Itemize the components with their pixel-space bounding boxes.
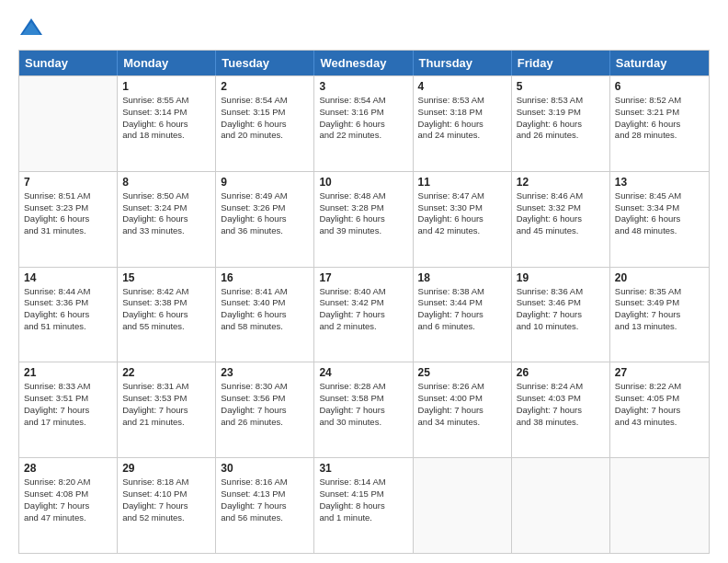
cell-info: Sunrise: 8:28 AM Sunset: 3:58 PM Dayligh… [319, 381, 407, 428]
week-row-4: 28Sunrise: 8:20 AM Sunset: 4:08 PM Dayli… [19, 457, 709, 553]
cell-day-number: 15 [122, 271, 210, 284]
cell-info: Sunrise: 8:30 AM Sunset: 3:56 PM Dayligh… [221, 381, 309, 428]
cell-info: Sunrise: 8:20 AM Sunset: 4:08 PM Dayligh… [24, 477, 112, 523]
calendar-cell: 11Sunrise: 8:47 AM Sunset: 3:30 PM Dayli… [414, 172, 512, 267]
calendar-cell: 29Sunrise: 8:18 AM Sunset: 4:10 PM Dayli… [118, 458, 216, 553]
week-row-0: 1Sunrise: 8:55 AM Sunset: 3:14 PM Daylig… [19, 75, 709, 171]
calendar-cell: 21Sunrise: 8:33 AM Sunset: 3:51 PM Dayli… [19, 362, 118, 457]
calendar-cell: 25Sunrise: 8:26 AM Sunset: 4:00 PM Dayli… [414, 362, 512, 457]
calendar-cell: 23Sunrise: 8:30 AM Sunset: 3:56 PM Dayli… [216, 362, 314, 457]
week-row-2: 14Sunrise: 8:44 AM Sunset: 3:36 PM Dayli… [19, 267, 709, 362]
cell-day-number: 2 [221, 80, 309, 93]
cell-info: Sunrise: 8:41 AM Sunset: 3:40 PM Dayligh… [221, 286, 309, 333]
cell-day-number: 29 [122, 462, 210, 475]
calendar-cell [414, 458, 512, 553]
cell-day-number: 9 [221, 176, 309, 189]
cell-day-number: 23 [221, 366, 309, 379]
calendar-cell: 8Sunrise: 8:50 AM Sunset: 3:24 PM Daylig… [118, 172, 216, 267]
cell-day-number: 11 [418, 176, 506, 189]
cell-info: Sunrise: 8:42 AM Sunset: 3:38 PM Dayligh… [122, 286, 210, 333]
calendar-cell: 26Sunrise: 8:24 AM Sunset: 4:03 PM Dayli… [512, 362, 610, 457]
calendar-cell: 3Sunrise: 8:54 AM Sunset: 3:16 PM Daylig… [314, 76, 413, 171]
cell-info: Sunrise: 8:24 AM Sunset: 4:03 PM Dayligh… [517, 381, 605, 428]
cell-info: Sunrise: 8:47 AM Sunset: 3:30 PM Dayligh… [418, 190, 506, 237]
cell-info: Sunrise: 8:35 AM Sunset: 3:49 PM Dayligh… [615, 286, 704, 333]
calendar-cell: 20Sunrise: 8:35 AM Sunset: 3:49 PM Dayli… [610, 268, 709, 362]
cell-info: Sunrise: 8:33 AM Sunset: 3:51 PM Dayligh… [24, 381, 112, 428]
calendar-cell: 7Sunrise: 8:51 AM Sunset: 3:23 PM Daylig… [19, 172, 118, 267]
calendar-cell: 6Sunrise: 8:52 AM Sunset: 3:21 PM Daylig… [610, 76, 709, 171]
header-cell-wednesday: Wednesday [314, 51, 413, 75]
cell-info: Sunrise: 8:44 AM Sunset: 3:36 PM Dayligh… [24, 286, 112, 333]
cell-day-number: 19 [517, 271, 605, 284]
cell-info: Sunrise: 8:51 AM Sunset: 3:23 PM Dayligh… [24, 190, 112, 237]
cell-info: Sunrise: 8:53 AM Sunset: 3:18 PM Dayligh… [418, 95, 506, 142]
cell-info: Sunrise: 8:46 AM Sunset: 3:32 PM Dayligh… [517, 190, 605, 237]
page: SundayMondayTuesdayWednesdayThursdayFrid… [0, 0, 728, 563]
calendar-cell: 19Sunrise: 8:36 AM Sunset: 3:46 PM Dayli… [512, 268, 610, 362]
cell-info: Sunrise: 8:45 AM Sunset: 3:34 PM Dayligh… [615, 190, 704, 237]
calendar: SundayMondayTuesdayWednesdayThursdayFrid… [18, 50, 710, 554]
cell-info: Sunrise: 8:14 AM Sunset: 4:15 PM Dayligh… [319, 477, 407, 523]
cell-day-number: 3 [319, 80, 407, 93]
calendar-cell: 4Sunrise: 8:53 AM Sunset: 3:18 PM Daylig… [414, 76, 512, 171]
calendar-cell: 1Sunrise: 8:55 AM Sunset: 3:14 PM Daylig… [118, 76, 216, 171]
cell-day-number: 22 [122, 366, 210, 379]
calendar-cell [610, 458, 709, 553]
calendar-cell: 13Sunrise: 8:45 AM Sunset: 3:34 PM Dayli… [610, 172, 709, 267]
cell-info: Sunrise: 8:49 AM Sunset: 3:26 PM Dayligh… [221, 190, 309, 237]
cell-day-number: 31 [319, 462, 407, 475]
cell-info: Sunrise: 8:48 AM Sunset: 3:28 PM Dayligh… [319, 190, 407, 237]
calendar-cell: 2Sunrise: 8:54 AM Sunset: 3:15 PM Daylig… [216, 76, 314, 171]
cell-day-number: 27 [615, 366, 704, 379]
logo [18, 15, 48, 40]
cell-day-number: 7 [24, 176, 112, 189]
cell-info: Sunrise: 8:55 AM Sunset: 3:14 PM Dayligh… [122, 95, 210, 142]
cell-info: Sunrise: 8:52 AM Sunset: 3:21 PM Dayligh… [615, 95, 704, 142]
calendar-cell [19, 76, 118, 171]
cell-day-number: 25 [418, 366, 506, 379]
cell-info: Sunrise: 8:36 AM Sunset: 3:46 PM Dayligh… [517, 286, 605, 333]
calendar-cell: 14Sunrise: 8:44 AM Sunset: 3:36 PM Dayli… [19, 268, 118, 362]
cell-info: Sunrise: 8:31 AM Sunset: 3:53 PM Dayligh… [122, 381, 210, 428]
calendar-cell: 22Sunrise: 8:31 AM Sunset: 3:53 PM Dayli… [118, 362, 216, 457]
calendar-cell: 10Sunrise: 8:48 AM Sunset: 3:28 PM Dayli… [314, 172, 413, 267]
cell-day-number: 30 [221, 462, 309, 475]
cell-day-number: 17 [319, 271, 407, 284]
cell-day-number: 6 [615, 80, 704, 93]
cell-day-number: 10 [319, 176, 407, 189]
cell-day-number: 4 [418, 80, 506, 93]
calendar-cell: 9Sunrise: 8:49 AM Sunset: 3:26 PM Daylig… [216, 172, 314, 267]
cell-day-number: 13 [615, 176, 704, 189]
cell-info: Sunrise: 8:38 AM Sunset: 3:44 PM Dayligh… [418, 286, 506, 333]
cell-info: Sunrise: 8:18 AM Sunset: 4:10 PM Dayligh… [122, 477, 210, 523]
calendar-header-row: SundayMondayTuesdayWednesdayThursdayFrid… [19, 51, 709, 75]
calendar-cell: 15Sunrise: 8:42 AM Sunset: 3:38 PM Dayli… [118, 268, 216, 362]
cell-day-number: 14 [24, 271, 112, 284]
cell-day-number: 1 [122, 80, 210, 93]
calendar-cell: 5Sunrise: 8:53 AM Sunset: 3:19 PM Daylig… [512, 76, 610, 171]
header-cell-thursday: Thursday [414, 51, 512, 75]
cell-info: Sunrise: 8:50 AM Sunset: 3:24 PM Dayligh… [122, 190, 210, 237]
calendar-cell: 24Sunrise: 8:28 AM Sunset: 3:58 PM Dayli… [314, 362, 413, 457]
header-cell-sunday: Sunday [19, 51, 118, 75]
cell-day-number: 8 [122, 176, 210, 189]
cell-day-number: 20 [615, 271, 704, 284]
calendar-cell: 31Sunrise: 8:14 AM Sunset: 4:15 PM Dayli… [314, 458, 413, 553]
header-cell-saturday: Saturday [610, 51, 709, 75]
cell-info: Sunrise: 8:54 AM Sunset: 3:16 PM Dayligh… [319, 95, 407, 142]
logo-icon [18, 15, 44, 40]
calendar-cell: 16Sunrise: 8:41 AM Sunset: 3:40 PM Dayli… [216, 268, 314, 362]
week-row-1: 7Sunrise: 8:51 AM Sunset: 3:23 PM Daylig… [19, 171, 709, 267]
calendar-cell: 18Sunrise: 8:38 AM Sunset: 3:44 PM Dayli… [414, 268, 512, 362]
cell-day-number: 16 [221, 271, 309, 284]
calendar-body: 1Sunrise: 8:55 AM Sunset: 3:14 PM Daylig… [19, 75, 709, 553]
calendar-cell: 12Sunrise: 8:46 AM Sunset: 3:32 PM Dayli… [512, 172, 610, 267]
cell-info: Sunrise: 8:40 AM Sunset: 3:42 PM Dayligh… [319, 286, 407, 333]
cell-info: Sunrise: 8:16 AM Sunset: 4:13 PM Dayligh… [221, 477, 309, 523]
header-cell-tuesday: Tuesday [216, 51, 314, 75]
calendar-cell: 27Sunrise: 8:22 AM Sunset: 4:05 PM Dayli… [610, 362, 709, 457]
cell-day-number: 28 [24, 462, 112, 475]
cell-day-number: 18 [418, 271, 506, 284]
header-cell-monday: Monday [118, 51, 216, 75]
